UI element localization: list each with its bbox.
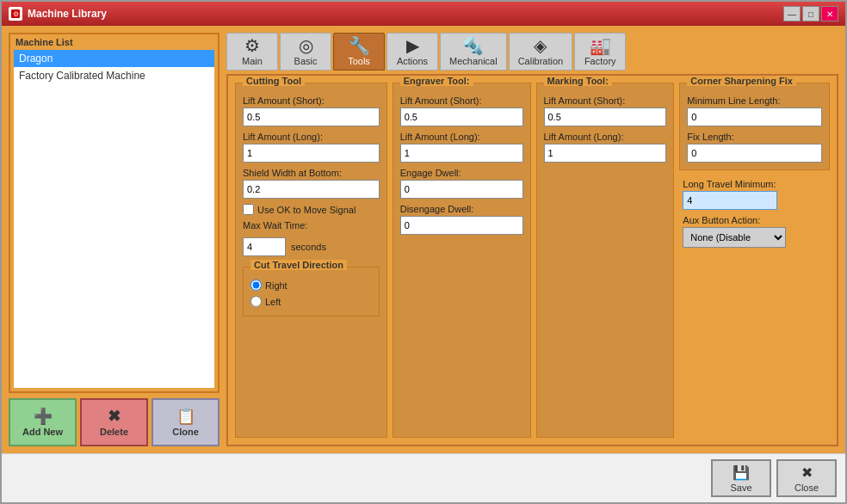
corner-min-line-label: Minimum Line Length:	[687, 95, 822, 106]
calibration-tab-icon: ◈	[534, 37, 547, 54]
radio-right[interactable]	[250, 280, 262, 291]
close-window-button[interactable]: ✕	[821, 6, 838, 22]
machine-item-dragon[interactable]: Dragon	[14, 50, 214, 67]
left-panel: Machine List Dragon Factory Calibrated M…	[9, 33, 219, 446]
save-button[interactable]: 💾 Save	[711, 459, 771, 497]
actions-tab-icon: ▶	[406, 37, 419, 54]
tab-calibration[interactable]: ◈ Calibration	[509, 33, 573, 71]
corner-min-line-input[interactable]	[687, 108, 822, 126]
engraver-disengage-label: Disengage Dwell:	[400, 204, 523, 214]
add-label: Add New	[22, 427, 63, 437]
cutting-lift-short-input[interactable]	[243, 108, 380, 126]
marking-tool-group: Marking Tool: Lift Amount (Short): Lift …	[536, 83, 675, 438]
machine-list-box: Machine List Dragon Factory Calibrated M…	[9, 33, 219, 393]
cutting-shield-label: Shield Width at Bottom:	[243, 168, 380, 178]
tab-factory[interactable]: 🏭 Factory	[574, 33, 626, 71]
cutting-shield-field: Shield Width at Bottom:	[243, 168, 380, 199]
cutting-lift-long-field: Lift Amount (Long):	[243, 132, 380, 163]
radio-left-row: Left	[250, 296, 372, 307]
title-bar: ⚙ Machine Library — □ ✕	[2, 2, 845, 26]
corner-fix-length-input[interactable]	[687, 144, 822, 163]
factory-tab-icon: 🏭	[590, 37, 611, 54]
marking-lift-short-input[interactable]	[544, 108, 667, 126]
maximize-button[interactable]: □	[802, 6, 819, 22]
svg-text:⚙: ⚙	[13, 10, 19, 18]
engraver-lift-long-input[interactable]	[400, 144, 523, 163]
cut-travel-inner: Right Left	[244, 267, 379, 316]
tab-content-tools: Cutting Tool Lift Amount (Short): Lift A…	[226, 74, 838, 446]
use-ok-row: Use OK to Move Signal	[243, 204, 380, 215]
tab-tools[interactable]: 🔧 Tools	[333, 33, 385, 71]
cutting-lift-long-input[interactable]	[243, 144, 380, 163]
engraver-disengage-field: Disengage Dwell:	[400, 204, 523, 235]
corner-sharpening-label: Corner Sharpening Fix	[687, 76, 796, 86]
tab-actions-label: Actions	[397, 56, 428, 66]
close-button[interactable]: ✖ Close	[776, 459, 837, 497]
marking-lift-short-field: Lift Amount (Short):	[544, 95, 667, 126]
tab-basic[interactable]: ◎ Basic	[280, 33, 331, 71]
tools-tab-icon: 🔧	[349, 37, 370, 54]
max-wait-row: Max Wait Time:	[243, 220, 380, 232]
close-icon: ✖	[801, 464, 813, 481]
corner-sharpening-inner: Minimum Line Length: Fix Length:	[680, 83, 829, 169]
aux-button-label: Aux Button Action:	[683, 215, 826, 225]
left-action-buttons: ➕ Add New ✖ Delete 📋 Clone	[9, 398, 219, 446]
right-side-groups: Corner Sharpening Fix Minimum Line Lengt…	[679, 83, 830, 438]
marking-lift-long-input[interactable]	[544, 144, 667, 163]
marking-lift-short-label: Lift Amount (Short):	[544, 95, 667, 106]
long-travel-input[interactable]	[683, 191, 777, 210]
marking-tool-label: Marking Tool:	[544, 76, 612, 86]
cutting-tool-label: Cutting Tool	[243, 76, 305, 86]
engraver-lift-short-input[interactable]	[400, 108, 523, 126]
clone-label: Clone	[172, 427, 199, 437]
mechanical-tab-icon: 🔩	[462, 37, 484, 54]
engraver-lift-long-field: Lift Amount (Long):	[400, 132, 523, 163]
long-travel-field: Long Travel Minimum:	[683, 179, 826, 210]
engraver-lift-long-label: Lift Amount (Long):	[400, 132, 523, 142]
save-icon: 💾	[733, 464, 750, 481]
cutting-shield-input[interactable]	[243, 180, 380, 199]
delete-label: Delete	[100, 427, 128, 437]
tab-factory-label: Factory	[584, 56, 616, 66]
add-new-button[interactable]: ➕ Add New	[9, 398, 77, 446]
long-travel-aux-section: Long Travel Minimum: Aux Button Action: …	[679, 175, 830, 251]
radio-left[interactable]	[250, 296, 262, 307]
cut-travel-label: Cut Travel Direction	[250, 260, 347, 270]
marking-lift-long-field: Lift Amount (Long):	[544, 132, 667, 163]
tab-calibration-label: Calibration	[518, 56, 564, 66]
corner-fix-length-field: Fix Length:	[687, 132, 822, 163]
machine-item-factory[interactable]: Factory Calibrated Machine	[14, 67, 214, 84]
seconds-label: seconds	[291, 242, 326, 252]
cutting-lift-short-label: Lift Amount (Short):	[243, 95, 380, 106]
title-bar-left: ⚙ Machine Library	[9, 7, 107, 21]
delete-button[interactable]: ✖ Delete	[80, 398, 148, 446]
use-ok-checkbox[interactable]	[243, 204, 254, 215]
engraver-lift-short-field: Lift Amount (Short):	[400, 95, 523, 126]
tab-actions[interactable]: ▶ Actions	[386, 33, 438, 71]
panels-row: Cutting Tool Lift Amount (Short): Lift A…	[235, 83, 830, 438]
marking-lift-long-label: Lift Amount (Long):	[544, 132, 667, 142]
clone-button[interactable]: 📋 Clone	[151, 398, 219, 446]
radio-left-label: Left	[265, 297, 281, 307]
aux-button-select[interactable]: None (Disable Action 1 Action 2	[683, 227, 786, 248]
engraver-tool-inner: Lift Amount (Short): Lift Amount (Long):…	[393, 83, 530, 242]
machine-list[interactable]: Dragon Factory Calibrated Machine	[14, 50, 214, 388]
engraver-lift-short-label: Lift Amount (Short):	[400, 95, 523, 106]
minimize-button[interactable]: —	[783, 6, 801, 22]
corner-min-line-field: Minimum Line Length:	[687, 95, 822, 126]
engraver-disengage-input[interactable]	[400, 216, 523, 235]
tab-main[interactable]: ⚙ Main	[226, 33, 278, 71]
max-wait-input[interactable]	[243, 237, 286, 256]
corner-sharpening-group: Corner Sharpening Fix Minimum Line Lengt…	[679, 83, 830, 170]
basic-tab-icon: ◎	[299, 37, 313, 54]
tab-mechanical[interactable]: 🔩 Mechanical	[440, 33, 507, 71]
radio-right-row: Right	[250, 280, 372, 291]
main-tab-icon: ⚙	[244, 37, 260, 54]
title-buttons: — □ ✕	[783, 6, 838, 22]
save-label: Save	[730, 482, 751, 493]
app-icon: ⚙	[9, 7, 22, 21]
cutting-tool-group: Cutting Tool Lift Amount (Short): Lift A…	[235, 83, 387, 438]
cutting-lift-short-field: Lift Amount (Short):	[243, 95, 380, 126]
tab-mechanical-label: Mechanical	[449, 56, 498, 66]
engraver-engage-input[interactable]	[400, 180, 523, 199]
